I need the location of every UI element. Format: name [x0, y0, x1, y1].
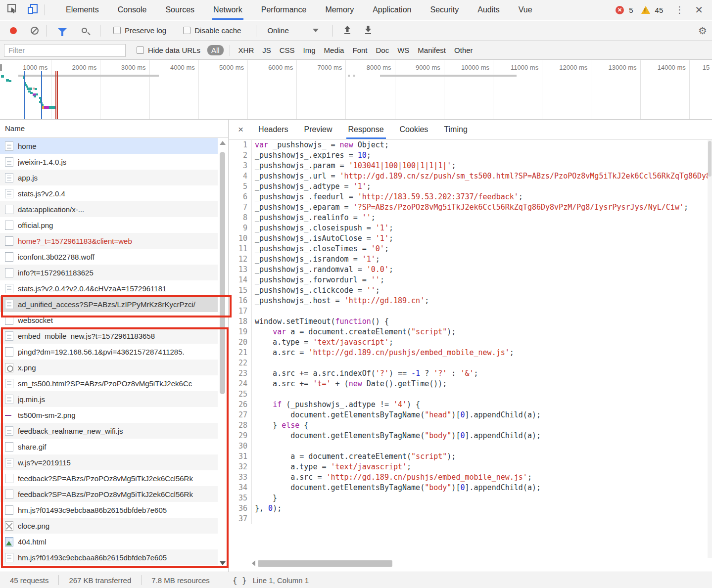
tab-audits[interactable]: Audits [476, 0, 500, 20]
tab-network[interactable]: Network [212, 0, 243, 20]
request-row[interactable]: feedback_realname_new_wifi.js [0, 423, 218, 439]
request-row[interactable]: share.gif [0, 439, 218, 454]
request-row[interactable]: home?_t=1572961183&client=web [0, 233, 218, 249]
response-code-viewer[interactable]: 1var _pushshowjs_ = new Object;2_pushsho… [229, 140, 708, 558]
request-row[interactable]: feedback?SP=ABzs/PzoPOz8vMg5iTkJ2ek6Ccl5… [0, 486, 218, 502]
request-row[interactable]: stats.js?v2.0.4?v2.0.4&cHVzaA=1572961181 [0, 280, 218, 296]
settings-gear-icon[interactable]: ⚙ [698, 25, 707, 37]
file-script-icon [5, 379, 13, 388]
export-har-icon[interactable] [364, 25, 373, 36]
search-icon[interactable] [82, 28, 87, 33]
type-filter-xhr[interactable]: XHR [238, 46, 254, 54]
waterfall-mark [34, 95, 36, 97]
type-filter-doc[interactable]: Doc [376, 46, 389, 54]
request-row[interactable]: pingd?dm=192.168.56.1&pvi=43621572874112… [0, 344, 218, 360]
line-number: 14 [229, 275, 252, 285]
line-number: 26 [229, 400, 252, 410]
type-filter-ws[interactable]: WS [397, 46, 409, 54]
request-list-scrollbar[interactable] [218, 138, 227, 571]
checkbox-icon[interactable] [113, 27, 121, 34]
request-row[interactable]: iconfont.3b022788.woff [0, 249, 218, 265]
type-filter-other[interactable]: Other [454, 46, 473, 54]
timeline-tick-label: 15 [703, 64, 710, 71]
response-tab-preview[interactable]: Preview [304, 120, 332, 139]
type-filter-font[interactable]: Font [352, 46, 367, 54]
request-row[interactable]: jq.min.js [0, 391, 218, 407]
request-row[interactable]: ts500m-sm-2.png [0, 407, 218, 423]
line-number: 18 [229, 317, 252, 327]
request-name: embed_mobile_new.js?t=1572961183658 [18, 332, 155, 340]
request-row[interactable]: cloce.png [0, 518, 218, 534]
more-options-icon[interactable]: ⋮ [671, 4, 688, 15]
scroll-up-icon[interactable] [220, 141, 226, 145]
request-row[interactable]: sm_ts500.html?SP=ABzs/PzoPOz8vMg5iTkJ2ek… [0, 375, 218, 391]
device-toolbar-icon[interactable] [27, 3, 39, 17]
import-har-icon[interactable] [343, 25, 352, 36]
line-number: 5 [229, 181, 252, 192]
type-filter-css[interactable]: CSS [280, 46, 295, 54]
close-devtools-icon[interactable]: ✕ [693, 4, 705, 16]
close-detail-icon[interactable]: × [229, 124, 250, 135]
type-filter-img[interactable]: Img [303, 46, 316, 54]
preserve-log-checkbox[interactable]: Preserve log [113, 26, 166, 35]
request-row[interactable]: 404.html [0, 534, 218, 549]
request-row[interactable]: hm.js?f01493c9ebcbaa86b2615dbfdeb7e605 [0, 502, 218, 518]
type-filter-manifest[interactable]: Manifest [418, 46, 446, 54]
code-vertical-scrollbar[interactable] [708, 140, 712, 558]
request-row[interactable]: data:application/x-... [0, 201, 218, 217]
checkbox-icon[interactable] [183, 27, 190, 34]
response-tab-response[interactable]: Response [348, 120, 384, 139]
scroll-left-icon[interactable] [252, 560, 255, 566]
request-row[interactable]: jweixin-1.4.0.js [0, 154, 218, 170]
request-row[interactable]: stats.js?v2.0.4 [0, 185, 218, 201]
tab-application[interactable]: Application [372, 0, 412, 20]
request-row[interactable]: official.png [0, 217, 218, 233]
tab-elements[interactable]: Elements [65, 0, 100, 20]
record-button[interactable] [10, 27, 17, 34]
divider [47, 25, 47, 37]
warning-count[interactable]: 45 [655, 6, 664, 14]
disable-cache-checkbox[interactable]: Disable cache [183, 26, 241, 35]
inspect-element-icon[interactable] [7, 3, 18, 16]
request-row[interactable]: home [0, 138, 218, 154]
hide-data-urls-checkbox[interactable]: Hide data URLs [137, 46, 200, 54]
response-tab-headers[interactable]: Headers [258, 120, 288, 139]
tab-sources[interactable]: Sources [164, 0, 195, 20]
name-column-label: Name [5, 124, 25, 133]
request-row[interactable]: app.js [0, 170, 218, 185]
name-column-header[interactable]: Name [0, 120, 228, 137]
request-row[interactable]: ad_unified_access?SP=ABzs/LzIPPyMrKz8rKy… [0, 296, 218, 312]
checkbox-icon[interactable] [137, 46, 144, 54]
request-row[interactable]: hm.js?f01493c9ebcbaa86b2615dbfdeb7e605 [0, 549, 218, 565]
response-tab-cookies[interactable]: Cookies [400, 120, 428, 139]
filter-icon[interactable] [58, 28, 67, 33]
network-overview-timeline[interactable]: 1000 ms2000 ms3000 ms4000 ms5000 ms6000 … [0, 60, 712, 120]
tab-memory[interactable]: Memory [324, 0, 355, 20]
code-horizontal-scrollbar[interactable] [252, 559, 708, 568]
type-filter-media[interactable]: Media [324, 46, 344, 54]
warning-badge-icon[interactable]: ! [641, 6, 650, 14]
pretty-print-icon[interactable]: { } [220, 576, 253, 585]
tab-security[interactable]: Security [429, 0, 460, 20]
request-row[interactable]: x.png [0, 360, 218, 375]
filter-input[interactable] [4, 44, 126, 57]
request-row[interactable]: w.js?v=2019115 [0, 454, 218, 470]
tab-console[interactable]: Console [117, 0, 148, 20]
tab-vue[interactable]: Vue [518, 0, 533, 20]
scrollbar-thumb[interactable] [708, 141, 712, 177]
request-row[interactable]: websocket [0, 312, 218, 328]
request-row[interactable]: info?t=1572961183625 [0, 265, 218, 280]
clear-icon[interactable] [31, 27, 39, 35]
type-filter-all[interactable]: All [207, 45, 224, 55]
request-row[interactable]: embed_mobile_new.js?t=1572961183658 [0, 328, 218, 344]
tab-performance[interactable]: Performance [260, 0, 308, 20]
throttling-dropdown[interactable]: Online [267, 26, 318, 35]
type-filter-js[interactable]: JS [262, 46, 271, 54]
scrollbar-thumb[interactable] [258, 560, 392, 567]
response-tab-timing[interactable]: Timing [444, 120, 467, 139]
error-badge-icon[interactable]: ✕ [616, 6, 624, 14]
scroll-down-icon[interactable] [220, 561, 226, 565]
request-row[interactable]: feedback?SP=ABzs/PzoPOz8vMg5iTkJ2ek6Ccl5… [0, 470, 218, 486]
scrollbar-thumb[interactable] [220, 152, 225, 394]
error-count[interactable]: 5 [629, 6, 633, 14]
